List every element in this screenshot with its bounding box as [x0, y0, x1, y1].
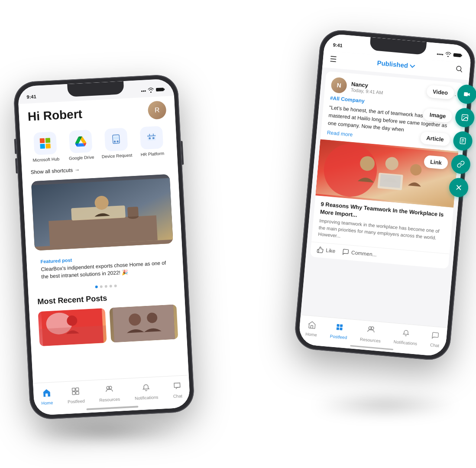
- device-request-label: Device Request: [101, 153, 132, 159]
- svg-rect-7: [149, 137, 151, 140]
- vol-down-button[interactable]: [15, 158, 18, 173]
- phone-right: 9:41 ▪▪▪▪: [293, 29, 476, 362]
- chat-icon-right: [431, 332, 440, 342]
- show-shortcuts-link[interactable]: Show all shortcuts →: [30, 162, 169, 176]
- nav-resources-right[interactable]: Resources: [360, 325, 382, 343]
- like-action[interactable]: Like: [317, 246, 336, 254]
- nav-home-right[interactable]: Home: [305, 320, 318, 337]
- fab-link-button[interactable]: [450, 154, 471, 175]
- dot-1[interactable]: [95, 285, 98, 288]
- resources-icon-right: [366, 325, 376, 337]
- comment-action[interactable]: Commen...: [342, 248, 377, 258]
- phone-left-inner: 9:41 ▪▪▪: [17, 78, 190, 416]
- nav-resources-label: Resources: [99, 396, 120, 402]
- wifi-icon: [148, 87, 154, 94]
- nav-home[interactable]: Home: [41, 388, 53, 405]
- status-icons-right: ▪▪▪▪: [437, 51, 463, 59]
- notifications-icon-right: [402, 329, 411, 340]
- postfeed-icon: [71, 387, 81, 398]
- chevron-down-icon: [409, 62, 415, 70]
- fab-image-label: Image: [423, 108, 453, 123]
- nav-notifications-right[interactable]: Notifications: [393, 328, 418, 346]
- svg-rect-23: [72, 388, 75, 391]
- nav-resources[interactable]: Resources: [99, 384, 120, 402]
- fab-article-row: Article: [420, 128, 473, 151]
- recent-post-1[interactable]: [38, 308, 107, 346]
- dot-3[interactable]: [105, 285, 107, 287]
- arrow-right-icon: →: [74, 167, 80, 173]
- signal-icon: ▪▪▪: [141, 88, 146, 94]
- recent-post-2[interactable]: [109, 304, 178, 342]
- recent-posts-grid: [38, 304, 178, 346]
- nav-home-label: Home: [41, 400, 53, 405]
- status-icons-left: ▪▪▪: [141, 87, 165, 94]
- fab-link-row: Link: [424, 152, 471, 175]
- recent-posts-title: Most Recent Posts: [37, 290, 176, 306]
- vol-up-button[interactable]: [14, 139, 17, 154]
- dot-4[interactable]: [110, 285, 112, 287]
- shortcut-device[interactable]: Device Request: [100, 127, 133, 159]
- nav-notifications[interactable]: Notifications: [134, 382, 158, 400]
- status-time-left: 9:41: [26, 94, 36, 100]
- microsoft-hub-icon: [33, 131, 57, 155]
- featured-image: [31, 174, 173, 251]
- hr-platform-icon: [140, 126, 164, 150]
- search-icon-right[interactable]: [455, 65, 463, 75]
- bottom-nav-right: Home Postfeed: [298, 315, 447, 357]
- svg-rect-4: [114, 140, 116, 143]
- like-label: Like: [326, 247, 336, 254]
- svg-rect-26: [76, 391, 79, 394]
- fab-link-label: Link: [424, 155, 448, 169]
- svg-rect-19: [113, 304, 175, 342]
- phone-left: 9:41 ▪▪▪: [13, 74, 195, 420]
- fab-article-button[interactable]: [453, 130, 473, 151]
- signal-icon-right: ▪▪▪▪: [437, 51, 444, 57]
- nav-chat-left[interactable]: Chat: [172, 381, 183, 399]
- nav-postfeed-right[interactable]: Postfeed: [330, 322, 348, 340]
- fab-close-row: [448, 177, 469, 198]
- shortcut-microsoft[interactable]: Microsoft Hub: [29, 131, 62, 163]
- svg-line-50: [462, 141, 464, 141]
- nav-postfeed-label: Postfeed: [68, 398, 85, 404]
- published-tab[interactable]: Published: [377, 59, 415, 70]
- fab-close-button[interactable]: [448, 177, 469, 198]
- user-avatar[interactable]: R: [148, 101, 167, 120]
- dot-2[interactable]: [100, 285, 103, 288]
- svg-rect-41: [340, 324, 343, 327]
- chat-icon-left: [172, 381, 182, 393]
- wifi-icon-right: [445, 52, 451, 58]
- phone-left-screen: 9:41 ▪▪▪: [17, 78, 190, 416]
- menu-icon[interactable]: ☰: [330, 54, 337, 64]
- fab-image-button[interactable]: [454, 107, 475, 128]
- nav-home-label-right: Home: [305, 332, 317, 337]
- svg-rect-43: [340, 328, 343, 331]
- nav-notifications-label: Notifications: [135, 394, 159, 400]
- nav-postfeed[interactable]: Postfeed: [67, 386, 84, 404]
- device-request-icon: [104, 128, 128, 152]
- nav-resources-label-right: Resources: [360, 337, 381, 343]
- svg-rect-30: [461, 55, 462, 56]
- fab-video-label: Video: [426, 84, 454, 99]
- svg-rect-42: [336, 327, 339, 330]
- svg-rect-39: [311, 325, 313, 328]
- notifications-icon: [141, 383, 151, 394]
- dot-5[interactable]: [114, 284, 117, 287]
- svg-rect-24: [76, 387, 79, 390]
- postfeed-icon-right: [334, 323, 344, 334]
- home-content: Hi Robert R: [18, 96, 190, 416]
- battery-icon-right: [453, 52, 463, 59]
- nav-chat-label-right: Chat: [430, 342, 440, 348]
- power-button[interactable]: [181, 141, 184, 165]
- shortcut-hr[interactable]: HR Platform: [135, 126, 169, 158]
- greeting-text: Hi Robert: [27, 107, 83, 124]
- svg-rect-22: [45, 393, 48, 397]
- svg-point-45: [371, 327, 374, 330]
- microsoft-hub-label: Microsoft Hub: [32, 156, 59, 163]
- nav-chat-right[interactable]: Chat: [430, 332, 440, 348]
- svg-rect-6: [147, 134, 156, 141]
- fab-video-button[interactable]: [457, 84, 476, 105]
- battery-icon: [155, 87, 165, 93]
- svg-point-47: [463, 116, 464, 117]
- show-shortcuts-text: Show all shortcuts: [30, 167, 73, 176]
- shortcut-gdrive[interactable]: Google Drive: [64, 130, 98, 162]
